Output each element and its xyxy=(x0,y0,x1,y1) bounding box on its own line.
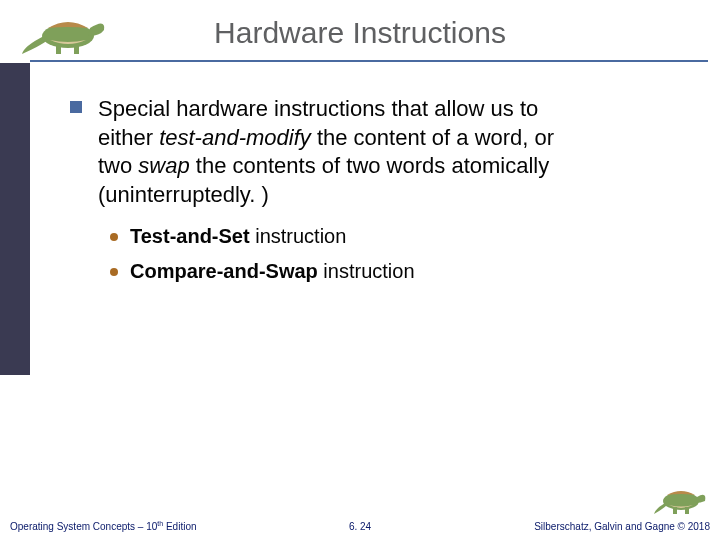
sub-bullet-list: Test-and-Set instruction Compare-and-Swa… xyxy=(110,225,680,283)
italic-text: swap xyxy=(138,153,189,178)
bullet-item: Special hardware instructions that allow… xyxy=(70,95,680,209)
sub-bullet-text: Test-and-Set instruction xyxy=(130,225,346,248)
slide-content: Special hardware instructions that allow… xyxy=(70,95,680,295)
sub-bullet-item: Test-and-Set instruction xyxy=(110,225,680,248)
text-segment: instruction xyxy=(318,260,415,282)
left-sidebar-strip xyxy=(0,63,30,375)
circle-bullet-icon xyxy=(110,233,118,241)
text-segment: instruction xyxy=(250,225,347,247)
bullet-text: Special hardware instructions that allow… xyxy=(98,95,558,209)
sub-bullet-item: Compare-and-Swap instruction xyxy=(110,260,680,283)
slide: Hardware Instructions Special hardware i… xyxy=(0,0,720,540)
italic-text: test-and-modify xyxy=(159,125,311,150)
circle-bullet-icon xyxy=(110,268,118,276)
slide-header: Hardware Instructions xyxy=(0,0,720,63)
footer-copyright: Silberschatz, Galvin and Gagne © 2018 xyxy=(534,521,710,532)
sub-bullet-text: Compare-and-Swap instruction xyxy=(130,260,415,283)
square-bullet-icon xyxy=(70,101,82,113)
slide-footer: Operating System Concepts – 10th Edition… xyxy=(0,510,720,540)
header-divider xyxy=(30,60,708,62)
slide-title: Hardware Instructions xyxy=(0,16,720,50)
bold-text: Test-and-Set xyxy=(130,225,250,247)
bold-text: Compare-and-Swap xyxy=(130,260,318,282)
